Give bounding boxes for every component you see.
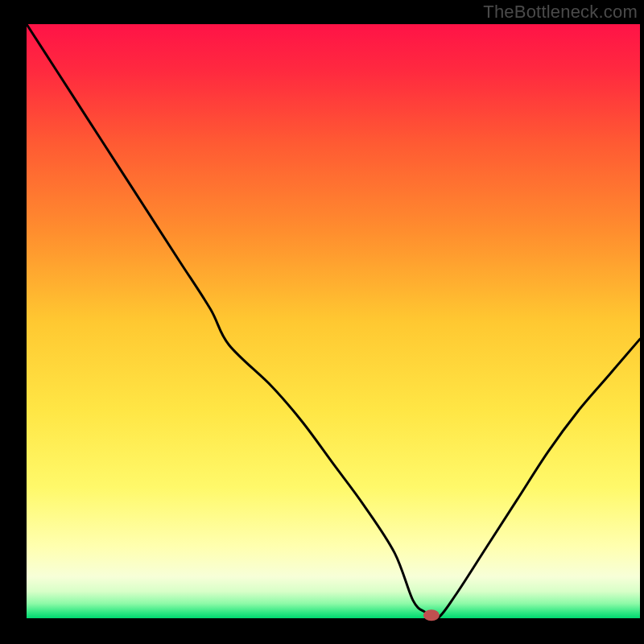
watermark-text: TheBottleneck.com bbox=[483, 2, 638, 23]
chart-svg bbox=[0, 0, 644, 644]
optimum-marker bbox=[423, 609, 440, 621]
plot-background bbox=[27, 24, 640, 618]
bottleneck-chart: TheBottleneck.com bbox=[0, 0, 644, 644]
